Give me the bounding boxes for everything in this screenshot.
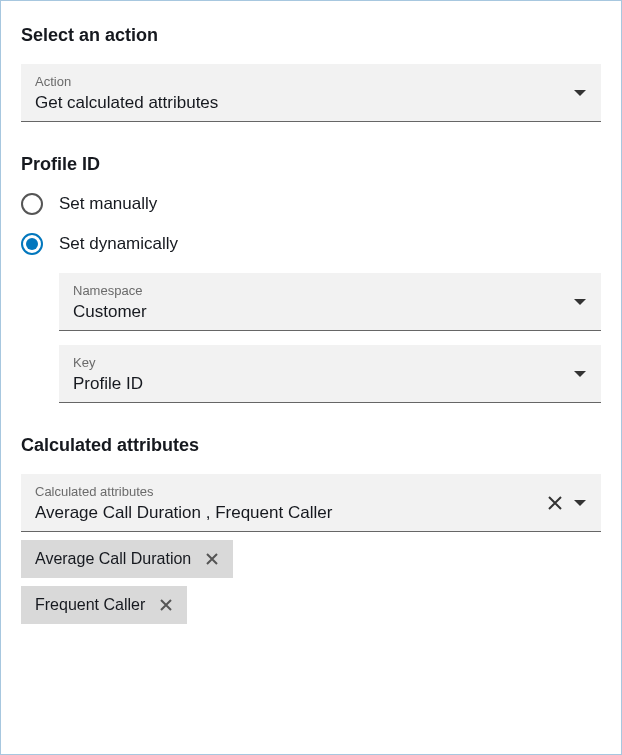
select-action-heading: Select an action [21, 25, 601, 46]
dynamic-fields: Namespace Customer Key Profile ID [59, 273, 601, 403]
namespace-label: Namespace [73, 283, 587, 298]
caret-down-icon [573, 370, 587, 378]
namespace-value: Customer [73, 302, 587, 322]
clear-all-icon[interactable] [547, 495, 563, 511]
profile-id-radio-group: Set manually Set dynamically [21, 193, 601, 255]
key-select[interactable]: Key Profile ID [59, 345, 601, 403]
radio-set-manually[interactable]: Set manually [21, 193, 601, 215]
key-value: Profile ID [73, 374, 587, 394]
calc-attrs-heading: Calculated attributes [21, 435, 601, 456]
action-select-value: Get calculated attributes [35, 93, 587, 113]
calc-attrs-select[interactable]: Calculated attributes Average Call Durat… [21, 474, 601, 532]
chip-frequent-caller: Frequent Caller [21, 586, 187, 624]
chip-remove-icon[interactable] [159, 598, 173, 612]
radio-set-dynamically[interactable]: Set dynamically [21, 233, 601, 255]
calc-attrs-value: Average Call Duration , Frequent Caller [35, 503, 587, 523]
action-select[interactable]: Action Get calculated attributes [21, 64, 601, 122]
action-select-label: Action [35, 74, 587, 89]
calc-attrs-label: Calculated attributes [35, 484, 587, 499]
radio-label-dynamic: Set dynamically [59, 234, 178, 254]
chip-average-call-duration: Average Call Duration [21, 540, 233, 578]
radio-icon-selected [21, 233, 43, 255]
caret-down-icon [573, 89, 587, 97]
config-panel: Select an action Action Get calculated a… [0, 0, 622, 755]
chip-label: Frequent Caller [35, 596, 145, 614]
caret-down-icon [573, 499, 587, 507]
profile-id-heading: Profile ID [21, 154, 601, 175]
caret-down-icon [573, 298, 587, 306]
chip-list: Average Call Duration Frequent Caller [21, 532, 601, 624]
key-label: Key [73, 355, 587, 370]
namespace-select[interactable]: Namespace Customer [59, 273, 601, 331]
chip-label: Average Call Duration [35, 550, 191, 568]
radio-icon [21, 193, 43, 215]
radio-label-manual: Set manually [59, 194, 157, 214]
chip-remove-icon[interactable] [205, 552, 219, 566]
